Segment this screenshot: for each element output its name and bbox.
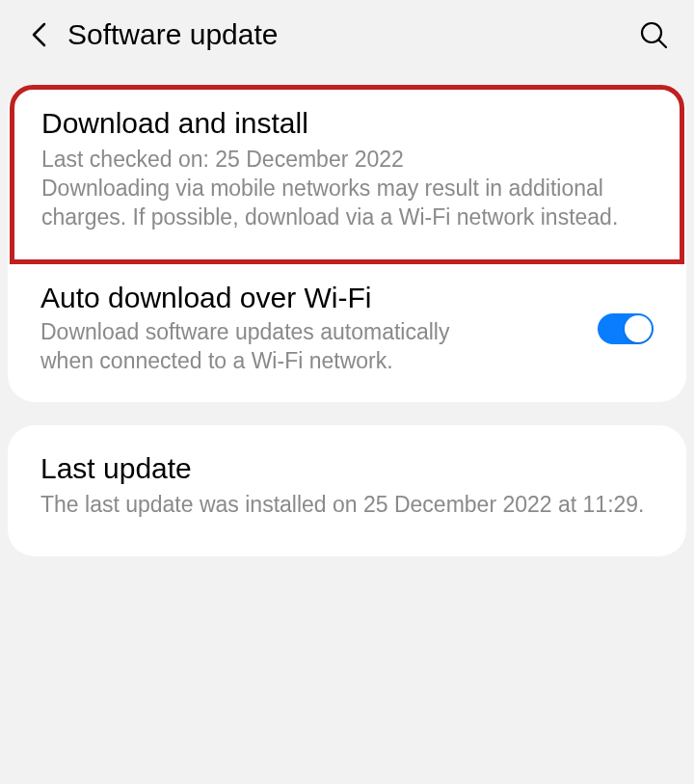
svg-point-0 [642, 23, 661, 42]
download-install-title: Download and install [41, 107, 653, 140]
toggle-thumb [625, 315, 652, 342]
last-update-title: Last update [40, 452, 654, 485]
download-install-warning: Downloading via mobile networks may resu… [41, 175, 653, 232]
download-install-last-checked: Last checked on: 25 December 2022 [41, 146, 653, 175]
auto-download-title: Auto download over Wi-Fi [40, 282, 578, 314]
page-title: Software update [67, 18, 636, 51]
settings-group-2[interactable]: Last update The last update was installe… [8, 425, 686, 556]
last-update-desc: The last update was installed on 25 Dece… [40, 491, 654, 520]
back-button[interactable] [23, 19, 54, 50]
search-icon [639, 20, 668, 49]
svg-line-1 [659, 41, 666, 47]
download-install-item[interactable]: Download and install Last checked on: 25… [10, 85, 684, 264]
settings-group-1: Download and install Last checked on: 25… [8, 85, 686, 402]
auto-download-desc: Download software updates automatically … [40, 318, 503, 376]
auto-download-toggle[interactable] [598, 313, 654, 344]
header: Software update [0, 0, 694, 69]
search-button[interactable] [636, 17, 671, 52]
chevron-left-icon [30, 21, 47, 48]
auto-download-item[interactable]: Auto download over Wi-Fi Download softwa… [8, 264, 686, 403]
